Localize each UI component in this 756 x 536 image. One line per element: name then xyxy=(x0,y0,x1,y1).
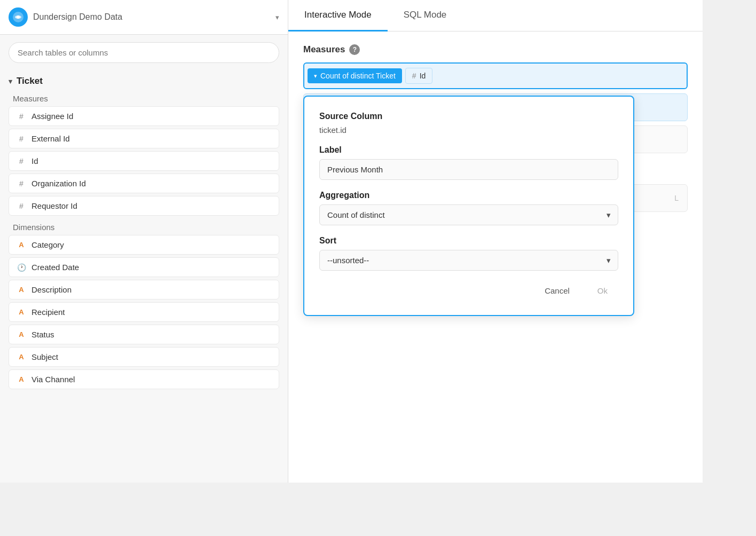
table-name-label: Ticket xyxy=(17,76,43,86)
column-name: Description xyxy=(32,285,72,294)
column-name: Id xyxy=(32,156,38,165)
sidebar-item-dimension[interactable]: A Category xyxy=(9,235,279,255)
date-icon: 🕐 xyxy=(17,263,26,272)
sort-label: Sort xyxy=(319,236,618,246)
column-name: Assignee Id xyxy=(32,112,73,121)
sidebar-item-dimension[interactable]: A Description xyxy=(9,280,279,299)
sort-select[interactable]: --unsorted--AscendingDescending xyxy=(319,250,618,271)
aggregation-select-wrapper: Count of distinctCountSumAverageMinimumM… xyxy=(319,204,618,225)
text-icon: A xyxy=(17,353,26,361)
cancel-button[interactable]: Cancel xyxy=(534,281,580,300)
measures-column-list: # Assignee Id # External Id # Id # Organ… xyxy=(9,106,279,216)
measures-section-header: Measures ? xyxy=(303,44,688,55)
search-area xyxy=(0,35,288,70)
label-field-label: Label xyxy=(319,145,618,155)
right-panel: Interactive Mode SQL Mode Measures ? ▾ C… xyxy=(288,0,703,483)
measures-header-text: Measures xyxy=(303,44,345,55)
measures-row[interactable]: ▾ Count of distinct Ticket # Id xyxy=(303,62,688,89)
hash-icon: # xyxy=(17,112,26,121)
text-icon: A xyxy=(17,375,26,383)
aggregation-label: Aggregation xyxy=(319,191,618,200)
text-icon: A xyxy=(17,241,26,249)
chip-chevron-icon: ▾ xyxy=(314,73,317,80)
sidebar-item-dimension[interactable]: A Subject xyxy=(9,347,279,367)
dimensions-section-label: Dimensions xyxy=(9,218,279,235)
popup-card: Source Column ticket.id Label Aggregatio… xyxy=(303,96,634,316)
popup-actions: Cancel Ok xyxy=(319,281,618,300)
left-panel: Dundersign Demo Data ▾ ▾ Ticket Measures… xyxy=(0,0,288,483)
tabs-bar: Interactive Mode SQL Mode xyxy=(288,0,703,31)
sidebar-item-measure[interactable]: # Id xyxy=(9,151,279,171)
schema-content: ▾ Ticket Measures # Assignee Id # Extern… xyxy=(0,70,288,483)
text-icon: A xyxy=(17,286,26,294)
column-name: Status xyxy=(32,330,54,339)
text-icon: A xyxy=(17,308,26,316)
ok-button[interactable]: Ok xyxy=(587,281,618,300)
db-chevron-icon: ▾ xyxy=(275,13,279,21)
id-chip-hash: # xyxy=(412,72,416,80)
measure-chip[interactable]: ▾ Count of distinct Ticket xyxy=(308,68,402,83)
table-chevron-icon: ▾ xyxy=(9,77,12,85)
column-name: Subject xyxy=(32,352,58,361)
sidebar-item-dimension[interactable]: A Recipient xyxy=(9,302,279,322)
sidebar-item-measure[interactable]: # Assignee Id xyxy=(9,106,279,126)
label-text-input[interactable] xyxy=(319,159,618,180)
sort-select-wrapper: --unsorted--AscendingDescending xyxy=(319,250,618,271)
id-chip-label: Id xyxy=(420,72,426,80)
source-column-value: ticket.id xyxy=(319,125,618,135)
hash-icon: # xyxy=(17,202,26,210)
right-content: Measures ? ▾ Count of distinct Ticket # … xyxy=(288,31,703,483)
sidebar-item-measure[interactable]: # Requestor Id xyxy=(9,196,279,216)
column-name: Recipient xyxy=(32,308,65,317)
sidebar-item-dimension[interactable]: 🕐 Created Date xyxy=(9,257,279,277)
source-column-label: Source Column xyxy=(319,112,618,121)
db-selector[interactable]: Dundersign Demo Data ▾ xyxy=(0,0,288,35)
chip-label: Count of distinct Ticket xyxy=(320,72,396,80)
tab-sql[interactable]: SQL Mode xyxy=(388,0,463,31)
ticket-table-header[interactable]: ▾ Ticket xyxy=(9,70,279,90)
aggregation-select[interactable]: Count of distinctCountSumAverageMinimumM… xyxy=(319,204,618,225)
svg-point-1 xyxy=(17,15,20,19)
column-name: Category xyxy=(32,240,64,249)
column-name: Requestor Id xyxy=(32,201,77,210)
db-logo-icon xyxy=(9,7,28,27)
sidebar-item-measure[interactable]: # External Id xyxy=(9,129,279,148)
sidebar-item-dimension[interactable]: A Via Channel xyxy=(9,369,279,389)
tab-interactive[interactable]: Interactive Mode xyxy=(288,0,388,31)
hash-icon: # xyxy=(17,157,26,165)
column-name: Organization Id xyxy=(32,179,86,188)
db-name-label: Dundersign Demo Data xyxy=(33,12,270,22)
ghost-text-3: L xyxy=(674,194,679,202)
search-input[interactable] xyxy=(9,42,279,63)
text-icon: A xyxy=(17,330,26,338)
dimensions-column-list: A Category 🕐 Created Date A Description … xyxy=(9,235,279,389)
hash-icon: # xyxy=(17,179,26,188)
sidebar-item-dimension[interactable]: A Status xyxy=(9,325,279,344)
id-chip[interactable]: # Id xyxy=(405,68,432,84)
column-name: Created Date xyxy=(32,263,79,272)
column-name: External Id xyxy=(32,134,70,143)
measures-section-label: Measures xyxy=(9,90,279,106)
sidebar-item-measure[interactable]: # Organization Id xyxy=(9,174,279,193)
hash-icon: # xyxy=(17,135,26,143)
column-name: Via Channel xyxy=(32,375,75,384)
ticket-table-group: ▾ Ticket Measures # Assignee Id # Extern… xyxy=(0,70,288,389)
measures-help-icon[interactable]: ? xyxy=(349,44,360,55)
